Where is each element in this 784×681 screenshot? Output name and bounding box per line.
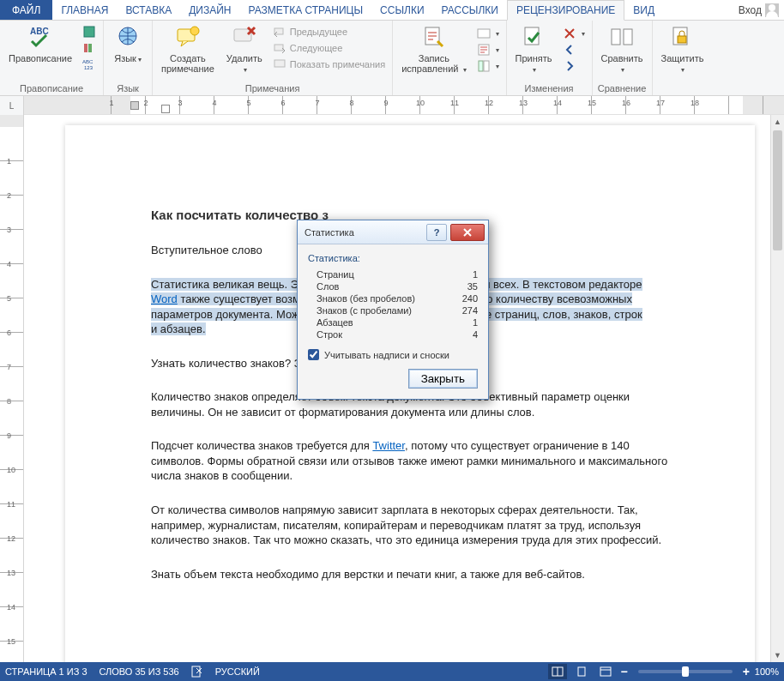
close-icon <box>461 228 473 237</box>
svg-text:ABC: ABC <box>82 59 93 64</box>
tab-mailings[interactable]: РАССЫЛКИ <box>433 0 507 20</box>
protect-button[interactable]: Защитить▾ <box>656 22 709 76</box>
doc-p4: Подсчет количества знаков требуется для … <box>151 438 669 484</box>
svg-point-8 <box>190 27 199 35</box>
user-icon <box>765 3 779 17</box>
zoom-level[interactable]: 100% <box>755 666 779 677</box>
zoom-slider-knob[interactable] <box>682 666 689 677</box>
first-line-indent-marker[interactable] <box>130 101 139 110</box>
vertical-ruler[interactable]: 123456789101112131415 <box>0 115 24 662</box>
sign-in-label: Вход <box>739 4 762 16</box>
stat-value: 240 <box>462 293 478 304</box>
compare-label: Сравнить▾ <box>601 53 643 75</box>
stat-row: Строк4 <box>308 328 478 340</box>
stat-key: Абзацев <box>317 317 353 328</box>
status-language[interactable]: РУССКИЙ <box>215 666 260 677</box>
stat-value: 274 <box>462 305 478 316</box>
hanging-indent-marker[interactable] <box>161 105 170 113</box>
stat-row: Знаков (с пробелами)274 <box>308 304 478 316</box>
stat-key: Строк <box>317 329 342 340</box>
stat-value: 35 <box>467 281 478 292</box>
scroll-thumb[interactable] <box>773 130 782 250</box>
tab-view[interactable]: ВИД <box>624 0 663 20</box>
prev-comment-button[interactable]: Предыдущее <box>269 24 389 39</box>
spelling-button[interactable]: ABC Правописание <box>3 22 77 65</box>
svg-rect-14 <box>478 29 490 38</box>
prev-change-button[interactable] <box>559 42 588 57</box>
books-icon <box>82 41 96 55</box>
read-mode-icon <box>552 666 564 677</box>
print-layout-icon <box>576 666 588 677</box>
status-bar: СТРАНИЦА 1 ИЗ 3 СЛОВО 35 ИЗ 536 РУССКИЙ … <box>0 662 784 681</box>
compare-icon <box>608 24 636 51</box>
scroll-down-arrow-icon[interactable]: ▼ <box>771 648 784 662</box>
tab-page-layout[interactable]: РАЗМЕТКА СТРАНИЦЫ <box>240 0 372 20</box>
group-label-comments: Примечания <box>156 82 389 95</box>
show-markup-dropdown[interactable]: ▾ <box>473 42 503 57</box>
sign-in[interactable]: Вход <box>733 0 784 20</box>
include-textboxes-checkbox[interactable]: Учитывать надписи и сноски <box>308 349 478 360</box>
doc-p5: От количества символов напрямую зависит … <box>151 503 669 548</box>
show-comments-button[interactable]: Показать примечания <box>269 57 389 72</box>
doc-link-word[interactable]: Word <box>151 292 178 305</box>
reject-button[interactable]: ▾ <box>559 26 588 41</box>
status-page[interactable]: СТРАНИЦА 1 ИЗ 3 <box>5 666 87 677</box>
dialog-title: Статистика <box>305 227 426 238</box>
svg-rect-3 <box>88 44 92 52</box>
group-label-language: Язык <box>107 82 148 95</box>
view-web-layout[interactable] <box>596 664 615 679</box>
zoom-out-button[interactable]: − <box>620 665 627 678</box>
horizontal-ruler[interactable]: 123456789101112131415161718 <box>24 96 784 115</box>
stat-row: Абзацев1 <box>308 316 478 328</box>
reviewing-pane-dropdown[interactable]: ▾ <box>473 58 503 74</box>
next-change-button[interactable] <box>559 58 588 74</box>
tab-home[interactable]: ГЛАВНАЯ <box>52 0 117 20</box>
dialog-close-button[interactable] <box>450 224 485 241</box>
word-count-button[interactable]: ABC123 <box>79 57 100 72</box>
stat-key: Знаков (без пробелов) <box>317 293 415 304</box>
delete-comment-label: Удалить▾ <box>226 53 262 75</box>
dialog-help-button[interactable]: ? <box>426 224 447 241</box>
view-read-mode[interactable] <box>548 664 567 679</box>
doc-link-twitter[interactable]: Twitter <box>372 439 405 452</box>
proofing-icon <box>191 666 203 678</box>
svg-rect-28 <box>578 667 585 676</box>
view-print-layout[interactable] <box>572 664 591 679</box>
zoom-in-button[interactable]: + <box>743 665 750 678</box>
svg-rect-2 <box>84 44 87 52</box>
svg-rect-17 <box>484 61 489 71</box>
word-count-icon: ABC123 <box>82 57 96 71</box>
accept-label: Принять▾ <box>516 53 552 75</box>
dialog-titlebar[interactable]: Статистика ? <box>298 220 488 244</box>
tab-selector[interactable]: L <box>0 96 24 115</box>
compare-button[interactable]: Сравнить▾ <box>596 22 648 76</box>
vertical-scrollbar[interactable]: ▲ ▼ <box>770 115 784 662</box>
new-comment-button[interactable]: Создать примечание <box>156 22 220 75</box>
thesaurus-button[interactable] <box>79 24 100 39</box>
new-comment-icon <box>174 24 202 51</box>
delete-comment-button[interactable]: Удалить▾ <box>221 22 268 76</box>
horizontal-ruler-area: L 123456789101112131415161718 <box>0 96 784 115</box>
dialog-heading: Статистика: <box>308 253 478 263</box>
include-textboxes-input[interactable] <box>308 349 319 360</box>
scroll-up-arrow-icon[interactable]: ▲ <box>771 115 784 129</box>
next-comment-button[interactable]: Следующее <box>269 40 389 56</box>
status-words[interactable]: СЛОВО 35 ИЗ 536 <box>100 666 179 677</box>
tab-references[interactable]: ССЫЛКИ <box>371 0 432 20</box>
zoom-slider[interactable] <box>638 670 733 673</box>
abc-check-icon: ABC <box>27 24 54 51</box>
dialog-close-action-button[interactable]: Закрыть <box>408 369 478 389</box>
tab-review[interactable]: РЕЦЕНЗИРОВАНИЕ <box>507 0 624 21</box>
stat-row: Страниц1 <box>308 268 478 280</box>
tab-file[interactable]: ФАЙЛ <box>0 0 52 20</box>
stat-value: 1 <box>473 317 478 328</box>
status-proofing[interactable] <box>191 666 203 678</box>
display-for-review-dropdown[interactable]: ▾ <box>473 26 503 41</box>
tab-design[interactable]: ДИЗАЙН <box>180 0 239 20</box>
track-changes-button[interactable]: Запись исправлений ▾ <box>396 22 471 76</box>
accept-button[interactable]: Принять▾ <box>510 22 558 76</box>
language-button[interactable]: Язык▾ <box>107 22 148 66</box>
stat-key: Страниц <box>317 269 354 280</box>
tab-insert[interactable]: ВСТАВКА <box>117 0 180 20</box>
research-button[interactable] <box>79 40 100 56</box>
